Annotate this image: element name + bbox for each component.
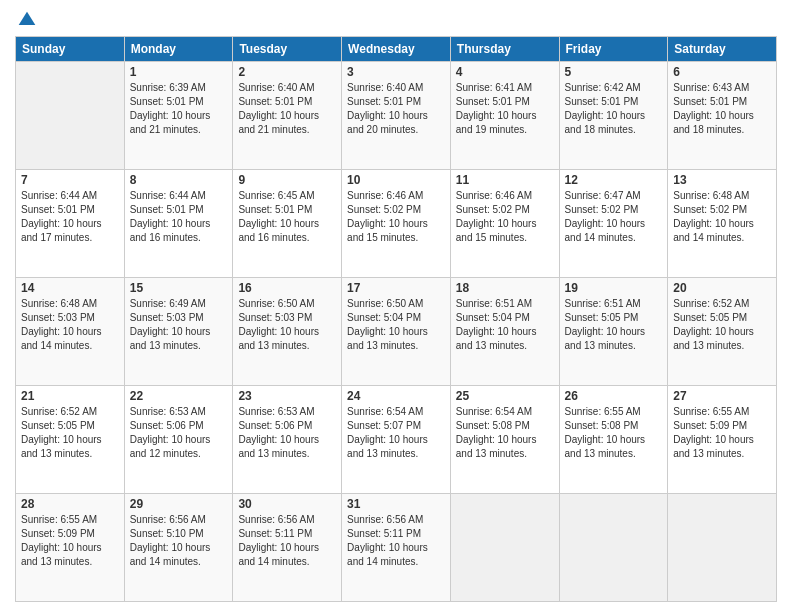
- day-info: Daylight: 10 hours: [347, 217, 445, 231]
- day-info: Daylight: 10 hours: [565, 325, 663, 339]
- day-info: and 19 minutes.: [456, 123, 554, 137]
- day-number: 23: [238, 389, 336, 403]
- day-info: and 13 minutes.: [673, 447, 771, 461]
- day-info: and 13 minutes.: [347, 447, 445, 461]
- day-info: Sunrise: 6:52 AM: [21, 405, 119, 419]
- day-info: Sunrise: 6:55 AM: [21, 513, 119, 527]
- day-info: and 14 minutes.: [21, 339, 119, 353]
- calendar-cell: 21Sunrise: 6:52 AMSunset: 5:05 PMDayligh…: [16, 386, 125, 494]
- calendar-cell: 1Sunrise: 6:39 AMSunset: 5:01 PMDaylight…: [124, 62, 233, 170]
- day-number: 17: [347, 281, 445, 295]
- day-info: Daylight: 10 hours: [347, 325, 445, 339]
- day-number: 16: [238, 281, 336, 295]
- day-info: and 17 minutes.: [21, 231, 119, 245]
- day-info: Sunset: 5:01 PM: [347, 95, 445, 109]
- day-info: Sunset: 5:02 PM: [347, 203, 445, 217]
- day-info: and 14 minutes.: [130, 555, 228, 569]
- day-info: and 20 minutes.: [347, 123, 445, 137]
- calendar-cell: 3Sunrise: 6:40 AMSunset: 5:01 PMDaylight…: [342, 62, 451, 170]
- day-info: Sunset: 5:01 PM: [21, 203, 119, 217]
- day-info: Sunrise: 6:40 AM: [347, 81, 445, 95]
- day-info: Daylight: 10 hours: [456, 433, 554, 447]
- week-row-4: 21Sunrise: 6:52 AMSunset: 5:05 PMDayligh…: [16, 386, 777, 494]
- day-info: Daylight: 10 hours: [673, 433, 771, 447]
- day-info: Sunrise: 6:41 AM: [456, 81, 554, 95]
- day-info: Sunrise: 6:44 AM: [21, 189, 119, 203]
- calendar-cell: 5Sunrise: 6:42 AMSunset: 5:01 PMDaylight…: [559, 62, 668, 170]
- day-info: Sunrise: 6:46 AM: [456, 189, 554, 203]
- calendar-cell: 4Sunrise: 6:41 AMSunset: 5:01 PMDaylight…: [450, 62, 559, 170]
- calendar-cell: 28Sunrise: 6:55 AMSunset: 5:09 PMDayligh…: [16, 494, 125, 602]
- header-saturday: Saturday: [668, 37, 777, 62]
- day-info: and 15 minutes.: [456, 231, 554, 245]
- day-info: Sunset: 5:01 PM: [456, 95, 554, 109]
- day-info: Daylight: 10 hours: [456, 109, 554, 123]
- day-info: Sunset: 5:09 PM: [21, 527, 119, 541]
- day-info: and 13 minutes.: [456, 339, 554, 353]
- header-tuesday: Tuesday: [233, 37, 342, 62]
- day-number: 13: [673, 173, 771, 187]
- day-info: Daylight: 10 hours: [565, 217, 663, 231]
- day-info: Daylight: 10 hours: [21, 325, 119, 339]
- day-info: Sunrise: 6:43 AM: [673, 81, 771, 95]
- day-info: Sunset: 5:11 PM: [347, 527, 445, 541]
- day-info: and 14 minutes.: [238, 555, 336, 569]
- day-info: Daylight: 10 hours: [347, 109, 445, 123]
- day-number: 6: [673, 65, 771, 79]
- day-info: Sunset: 5:01 PM: [130, 95, 228, 109]
- calendar-cell: 19Sunrise: 6:51 AMSunset: 5:05 PMDayligh…: [559, 278, 668, 386]
- day-number: 28: [21, 497, 119, 511]
- day-info: Sunset: 5:01 PM: [130, 203, 228, 217]
- day-info: and 14 minutes.: [347, 555, 445, 569]
- day-info: Sunrise: 6:42 AM: [565, 81, 663, 95]
- day-info: Sunrise: 6:39 AM: [130, 81, 228, 95]
- day-info: Sunset: 5:11 PM: [238, 527, 336, 541]
- day-info: Sunrise: 6:40 AM: [238, 81, 336, 95]
- day-info: Sunset: 5:04 PM: [347, 311, 445, 325]
- header-monday: Monday: [124, 37, 233, 62]
- day-info: Sunset: 5:01 PM: [238, 203, 336, 217]
- day-info: Sunrise: 6:49 AM: [130, 297, 228, 311]
- day-info: Sunset: 5:03 PM: [130, 311, 228, 325]
- calendar-cell: 9Sunrise: 6:45 AMSunset: 5:01 PMDaylight…: [233, 170, 342, 278]
- day-info: Sunset: 5:10 PM: [130, 527, 228, 541]
- day-info: and 13 minutes.: [456, 447, 554, 461]
- logo-icon: [17, 10, 37, 30]
- header: [15, 10, 777, 30]
- day-info: Daylight: 10 hours: [21, 433, 119, 447]
- day-number: 31: [347, 497, 445, 511]
- day-info: and 16 minutes.: [238, 231, 336, 245]
- calendar-cell: 26Sunrise: 6:55 AMSunset: 5:08 PMDayligh…: [559, 386, 668, 494]
- day-info: Sunrise: 6:54 AM: [456, 405, 554, 419]
- calendar-cell: 24Sunrise: 6:54 AMSunset: 5:07 PMDayligh…: [342, 386, 451, 494]
- day-info: and 16 minutes.: [130, 231, 228, 245]
- day-info: and 15 minutes.: [347, 231, 445, 245]
- day-info: Daylight: 10 hours: [238, 217, 336, 231]
- day-number: 5: [565, 65, 663, 79]
- weekday-header-row: Sunday Monday Tuesday Wednesday Thursday…: [16, 37, 777, 62]
- week-row-5: 28Sunrise: 6:55 AMSunset: 5:09 PMDayligh…: [16, 494, 777, 602]
- day-info: Sunset: 5:03 PM: [238, 311, 336, 325]
- day-info: Sunset: 5:03 PM: [21, 311, 119, 325]
- header-wednesday: Wednesday: [342, 37, 451, 62]
- calendar-table: Sunday Monday Tuesday Wednesday Thursday…: [15, 36, 777, 602]
- day-info: and 12 minutes.: [130, 447, 228, 461]
- calendar-cell: 17Sunrise: 6:50 AMSunset: 5:04 PMDayligh…: [342, 278, 451, 386]
- day-info: Daylight: 10 hours: [238, 433, 336, 447]
- day-info: Sunset: 5:02 PM: [565, 203, 663, 217]
- day-info: Daylight: 10 hours: [673, 109, 771, 123]
- day-info: Daylight: 10 hours: [21, 541, 119, 555]
- week-row-3: 14Sunrise: 6:48 AMSunset: 5:03 PMDayligh…: [16, 278, 777, 386]
- day-number: 18: [456, 281, 554, 295]
- day-info: Sunrise: 6:56 AM: [347, 513, 445, 527]
- day-info: Sunset: 5:08 PM: [565, 419, 663, 433]
- day-info: Sunrise: 6:56 AM: [238, 513, 336, 527]
- calendar-cell: 18Sunrise: 6:51 AMSunset: 5:04 PMDayligh…: [450, 278, 559, 386]
- day-info: Sunset: 5:02 PM: [673, 203, 771, 217]
- calendar-cell: 29Sunrise: 6:56 AMSunset: 5:10 PMDayligh…: [124, 494, 233, 602]
- day-info: and 13 minutes.: [673, 339, 771, 353]
- day-info: Sunrise: 6:51 AM: [565, 297, 663, 311]
- day-number: 10: [347, 173, 445, 187]
- day-number: 19: [565, 281, 663, 295]
- day-info: and 18 minutes.: [565, 123, 663, 137]
